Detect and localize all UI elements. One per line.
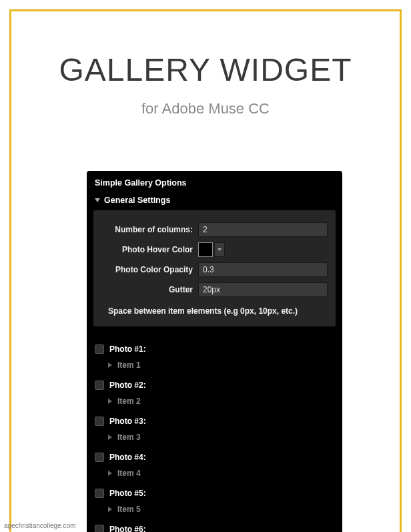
photo-row-5[interactable]: Photo #5: [95, 485, 334, 501]
photo-row-3[interactable]: Photo #3: [95, 413, 334, 429]
photo-row-6[interactable]: Photo #6: [95, 521, 334, 532]
chevron-right-icon [108, 435, 112, 440]
photo-list: Photo #1: Item 1 Photo #2: Item 2 [87, 326, 342, 532]
columns-input[interactable] [198, 222, 328, 237]
photo-checkbox[interactable] [95, 489, 104, 498]
gutter-help-text: Space between item elements (e.g 0px, 10… [101, 302, 328, 317]
photo-group: Photo #1: Item 1 [95, 341, 334, 373]
section-general-settings[interactable]: General Settings [87, 193, 342, 210]
item-label: Item 2 [117, 396, 141, 406]
item-row-1[interactable]: Item 1 [95, 357, 334, 373]
photo-checkbox[interactable] [95, 525, 104, 532]
photo-checkbox[interactable] [95, 380, 104, 390]
photo-checkbox[interactable] [95, 417, 104, 426]
item-label: Item 3 [117, 433, 141, 442]
photo-checkbox[interactable] [95, 344, 104, 354]
photo-row-4[interactable]: Photo #4: [95, 449, 334, 465]
photo-group: Photo #3: Item 3 [95, 413, 334, 445]
general-settings-box: Number of columns: Photo Hover Color Pho… [93, 210, 336, 326]
chevron-right-icon [108, 398, 112, 404]
panel-title: Simple Gallery Options [87, 171, 342, 193]
photo-group: Photo #2: Item 2 [95, 377, 334, 409]
promo-frame: GALLERY WIDGET for Adobe Muse CC Simple … [9, 9, 402, 532]
gutter-input[interactable] [198, 282, 328, 297]
columns-label: Number of columns: [101, 225, 198, 234]
gutter-label: Gutter [101, 285, 198, 294]
photo-group: Photo #5: Item 5 [95, 485, 334, 517]
chevron-down-icon [95, 198, 100, 202]
photo-label: Photo #3: [109, 417, 146, 426]
page-subtitle: for Adobe Muse CC [11, 100, 400, 117]
photo-checkbox[interactable] [95, 453, 104, 462]
header: GALLERY WIDGET for Adobe Muse CC [11, 11, 400, 117]
opacity-label: Photo Color Opacity [101, 265, 198, 274]
color-dropdown-button[interactable] [214, 242, 225, 257]
field-columns: Number of columns: [101, 222, 328, 237]
field-opacity: Photo Color Opacity [101, 262, 328, 277]
chevron-right-icon [108, 362, 112, 368]
photo-label: Photo #1: [109, 344, 146, 354]
field-gutter: Gutter [101, 282, 328, 297]
photo-label: Photo #6: [109, 525, 146, 532]
watermark: agechristiancollege.com [4, 522, 75, 529]
field-hover-color: Photo Hover Color [101, 242, 328, 257]
photo-group: Photo #6: Item 6 [95, 521, 334, 532]
color-swatch[interactable] [198, 242, 213, 257]
photo-group: Photo #4: Item 4 [95, 449, 334, 481]
color-picker[interactable] [198, 242, 225, 257]
item-label: Item 4 [117, 469, 141, 478]
photo-label: Photo #4: [109, 453, 146, 462]
item-row-5[interactable]: Item 5 [95, 501, 334, 517]
item-label: Item 1 [117, 360, 141, 370]
opacity-input[interactable] [198, 262, 328, 277]
options-panel: Simple Gallery Options General Settings … [87, 171, 342, 532]
item-label: Item 5 [117, 505, 141, 514]
photo-row-1[interactable]: Photo #1: [95, 341, 334, 357]
chevron-down-icon [218, 248, 222, 251]
page-title: GALLERY WIDGET [11, 51, 400, 88]
photo-row-2[interactable]: Photo #2: [95, 377, 334, 393]
section-label: General Settings [104, 196, 170, 205]
item-row-3[interactable]: Item 3 [95, 429, 334, 445]
item-row-2[interactable]: Item 2 [95, 393, 334, 409]
photo-label: Photo #2: [109, 380, 146, 390]
chevron-right-icon [108, 471, 112, 476]
chevron-right-icon [108, 507, 112, 512]
photo-label: Photo #5: [109, 489, 146, 498]
hover-color-label: Photo Hover Color [101, 245, 198, 254]
item-row-4[interactable]: Item 4 [95, 465, 334, 481]
